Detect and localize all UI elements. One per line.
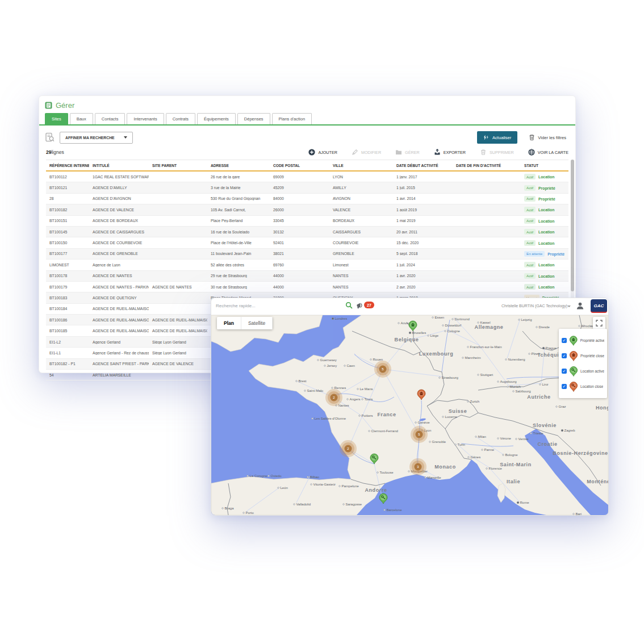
map-cluster[interactable]: 3 — [409, 458, 426, 475]
city-label: Cologne — [445, 329, 461, 333]
cell: BT100151 — [46, 219, 89, 223]
table-row[interactable]: BT100150AGENCE DE COURBEVOIEPlace de l'H… — [46, 237, 568, 248]
column-header[interactable]: STATUT — [521, 160, 568, 170]
tenure-label: Location — [538, 285, 554, 289]
refresh-button[interactable]: Actualiser — [477, 131, 517, 144]
cell: VALENCE — [329, 208, 393, 212]
table-row[interactable]: BT100179AGENCE DE NANTES - PARKINGAGENCE… — [46, 282, 568, 292]
legend-checkbox[interactable]: ✓ — [562, 369, 567, 374]
cell: AGENCE SAINT PRIEST - PARKING — [89, 362, 149, 366]
tab--quipements[interactable]: Équipements — [197, 113, 236, 124]
tab-sites[interactable]: Sites — [45, 113, 68, 124]
cell: BT100177 — [46, 252, 89, 256]
column-header[interactable]: SITE PARENT — [149, 160, 207, 170]
tab-d-penses[interactable]: Dépenses — [237, 113, 270, 124]
action-voir-la-carte[interactable]: VOIR LA CARTE — [528, 149, 568, 156]
status-cell: En attentePropriété — [521, 251, 568, 257]
tenure-label: Propriété — [538, 196, 555, 200]
table-row[interactable]: BT1001121GAC REAL ESTATE SOFTWARE26 rue … — [46, 172, 568, 182]
megaphone-icon[interactable] — [356, 302, 364, 310]
cell: AGENCE DE RUEIL-MALMAISON — [89, 329, 149, 333]
fullscreen-button[interactable] — [593, 317, 605, 329]
tab-intervenants[interactable]: Intervenants — [127, 113, 164, 124]
svg-text:Marseille: Marseille — [428, 476, 442, 479]
search-document-icon[interactable] — [45, 132, 55, 143]
map-cluster[interactable]: 5 — [374, 361, 391, 378]
column-header[interactable]: VILLE — [329, 160, 393, 170]
map-cluster[interactable]: 2 — [340, 440, 357, 457]
column-header[interactable]: INTITULÉ — [89, 160, 149, 170]
cell: AGENCE DE VALENCE — [89, 208, 149, 212]
refresh-label: Actualiser — [492, 135, 511, 140]
quick-search-input[interactable]: Recherche rapide... — [216, 303, 256, 308]
action-exporter[interactable]: EXPORTER — [434, 149, 466, 156]
svg-text:Poitiers: Poitiers — [362, 414, 373, 417]
column-header[interactable]: RÉFÉRENCE INTERNE — [46, 160, 89, 170]
status-badge: Actif — [524, 284, 536, 290]
trash-icon — [529, 134, 535, 141]
user-menu-label[interactable]: Christelle BURTIN (GAC Technology) — [501, 304, 567, 308]
cell: 3 rue de la Mairie — [207, 186, 270, 190]
map-legend: ✓Propriété active✓Propriété close✓Locati… — [559, 329, 607, 398]
legend-checkbox[interactable]: ✓ — [562, 338, 567, 343]
column-header[interactable]: ADRESSE — [207, 160, 270, 170]
tab-contacts[interactable]: Contacts — [95, 113, 126, 124]
tab-contrats[interactable]: Contrats — [166, 113, 195, 124]
cell: AGENCE DE QUETIGNY — [89, 296, 149, 300]
city-label: Les Sables-d'Olonne — [312, 417, 346, 420]
city-label: Pampelune — [339, 484, 359, 488]
table-row[interactable]: 28AGENCE D'AVIGNON530 Rue du Grand Gigog… — [46, 194, 568, 204]
table-row[interactable]: BT100182AGENCE DE VALENCE105 Av. Sadi Ca… — [46, 204, 568, 215]
column-header[interactable]: DATE DE FIN D'ACTIVITÉ — [453, 160, 521, 170]
svg-text:Pampelune: Pampelune — [342, 484, 359, 488]
tenure-label: Location — [538, 263, 554, 267]
map-canvas[interactable]: LondresBruxellesAnversLiègeEssenDortmund… — [211, 315, 608, 515]
status-badge: En attente — [524, 251, 545, 257]
legend-checkbox[interactable]: ✓ — [562, 384, 567, 389]
fullscreen-icon — [596, 320, 603, 327]
status-cell: ActifLocation — [521, 262, 568, 267]
table-actions: AJOUTERMODIFIERGÉREREXPORTERSUPPRIMERVOI… — [308, 149, 568, 156]
cell: BT100179 — [46, 285, 89, 289]
tab-plans-d-action[interactable]: Plans d'action — [272, 113, 312, 124]
map-type-satellite[interactable]: Satellite — [241, 317, 273, 329]
column-header[interactable]: CODE POSTAL — [270, 160, 329, 170]
city-label: Lucerne — [442, 415, 458, 419]
cell: 530 Rue du Grand Gigognan — [207, 196, 270, 200]
svg-text:Düsseldorf: Düsseldorf — [445, 324, 462, 327]
notification-badge[interactable]: 27 — [364, 302, 374, 308]
map-cluster[interactable]: 2 — [325, 389, 342, 406]
map-type-switcher: PlanSatellite — [217, 317, 273, 329]
cell: 52 allée des cèdres — [207, 263, 270, 267]
cell: Limonest — [329, 263, 393, 267]
column-header[interactable]: DATE DÉBUT ACTIVITÉ — [393, 160, 453, 170]
city-label: Florence — [486, 467, 503, 470]
table-row[interactable]: BT100121AGENCE D'AMILLY3 rue de la Mairi… — [46, 182, 568, 193]
chevron-down-icon — [567, 306, 571, 307]
page-title: Gérer — [56, 101, 74, 110]
plus-circle-icon — [308, 149, 315, 156]
map-cluster[interactable]: 5 — [411, 426, 428, 443]
cell: GRENOBLE — [329, 252, 393, 256]
action-ajouter[interactable]: AJOUTER — [308, 149, 337, 156]
map-type-plan[interactable]: Plan — [217, 317, 241, 329]
refine-search-dropdown[interactable]: AFFINER MA RECHERCHE — [60, 132, 133, 144]
clear-filters-button[interactable]: Vider les filtres — [529, 134, 566, 141]
scrollbar-thumb[interactable] — [571, 160, 574, 291]
cell: Agence Gerland — [89, 340, 149, 344]
legend-checkbox[interactable]: ✓ — [562, 353, 567, 358]
cell: BT100182 — [46, 208, 89, 212]
table-row[interactable]: BT100151AGENCE DE BORDEAUXPlace Pey-Berl… — [46, 216, 568, 227]
tab-baux[interactable]: Baux — [70, 113, 93, 124]
cell: 54 — [46, 373, 89, 377]
table-row[interactable]: BT100177AGENCE DE GRENOBLE11 boulevard J… — [46, 249, 568, 260]
table-row[interactable]: BT100145AGENCE DE CAISSARGUES16 rue de l… — [46, 227, 568, 237]
cell: COURBEVOIE — [329, 241, 393, 245]
cell: 44000 — [270, 274, 329, 278]
table-row[interactable]: LIMONESTAgence de Lyon52 allée des cèdre… — [46, 260, 568, 270]
table-row[interactable]: BT100178AGENCE DE NANTES29 rue de Strasb… — [46, 271, 568, 282]
search-icon[interactable] — [345, 302, 353, 310]
user-icon[interactable] — [576, 302, 584, 310]
cell: NANTES — [329, 285, 393, 289]
cell: 1GAC REAL ESTATE SOFTWARE — [89, 175, 149, 179]
